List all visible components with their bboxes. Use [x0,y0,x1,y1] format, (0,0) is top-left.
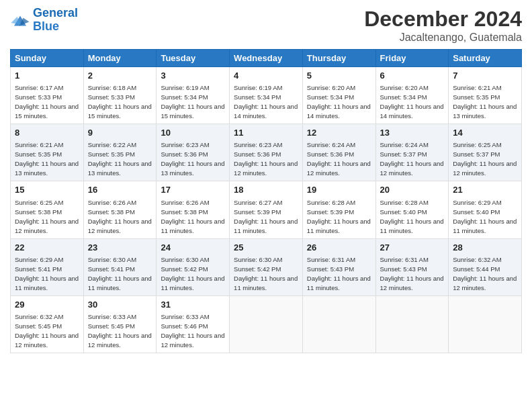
day-detail: Sunrise: 6:33 AMSunset: 5:46 PMDaylight:… [161,313,224,349]
day-detail: Sunrise: 6:26 AMSunset: 5:38 PMDaylight:… [88,199,152,234]
day-number: 14 [453,127,517,139]
day-number: 9 [88,127,152,139]
location-subtitle: Jacaltenango, Guatemala [364,32,522,44]
day-number: 15 [15,184,79,196]
day-number: 27 [380,242,445,254]
day-number: 5 [307,70,371,82]
calendar-week-1: 1 Sunrise: 6:17 AMSunset: 5:33 PMDayligh… [11,67,522,124]
calendar-cell: 10 Sunrise: 6:23 AMSunset: 5:36 PMDaylig… [157,124,230,181]
day-detail: Sunrise: 6:21 AMSunset: 5:35 PMDaylight:… [15,141,79,177]
calendar-cell [449,295,522,353]
day-detail: Sunrise: 6:29 AMSunset: 5:41 PMDaylight:… [15,256,79,291]
calendar-cell: 20 Sunrise: 6:28 AMSunset: 5:40 PMDaylig… [375,181,449,238]
calendar-cell: 11 Sunrise: 6:23 AMSunset: 5:36 PMDaylig… [230,124,303,181]
calendar-cell: 13 Sunrise: 6:24 AMSunset: 5:37 PMDaylig… [375,124,449,181]
calendar-cell: 22 Sunrise: 6:29 AMSunset: 5:41 PMDaylig… [11,238,84,295]
day-number: 30 [88,299,152,311]
calendar-cell [302,295,375,353]
calendar-cell: 15 Sunrise: 6:25 AMSunset: 5:38 PMDaylig… [11,181,84,238]
calendar-cell: 9 Sunrise: 6:22 AMSunset: 5:35 PMDayligh… [83,124,157,181]
calendar-cell: 28 Sunrise: 6:32 AMSunset: 5:44 PMDaylig… [449,238,522,295]
calendar-cell: 18 Sunrise: 6:27 AMSunset: 5:39 PMDaylig… [230,181,303,238]
calendar-cell [375,295,449,353]
calendar-week-2: 8 Sunrise: 6:21 AMSunset: 5:35 PMDayligh… [11,124,522,181]
day-detail: Sunrise: 6:20 AMSunset: 5:34 PMDaylight:… [380,84,444,120]
day-number: 19 [307,184,371,196]
day-number: 29 [15,299,79,311]
calendar-cell: 21 Sunrise: 6:29 AMSunset: 5:40 PMDaylig… [449,181,522,238]
calendar-cell: 24 Sunrise: 6:30 AMSunset: 5:42 PMDaylig… [157,238,230,295]
calendar-cell: 17 Sunrise: 6:26 AMSunset: 5:38 PMDaylig… [157,181,230,238]
day-number: 13 [380,127,445,139]
day-number: 8 [15,127,79,139]
day-number: 6 [380,70,445,82]
day-detail: Sunrise: 6:17 AMSunset: 5:33 PMDaylight:… [15,84,79,120]
day-detail: Sunrise: 6:26 AMSunset: 5:38 PMDaylight:… [161,199,224,234]
calendar-cell: 26 Sunrise: 6:31 AMSunset: 5:43 PMDaylig… [302,238,375,295]
day-number: 3 [161,70,225,82]
day-number: 7 [453,70,517,82]
calendar-week-3: 15 Sunrise: 6:25 AMSunset: 5:38 PMDaylig… [11,181,522,238]
day-detail: Sunrise: 6:32 AMSunset: 5:45 PMDaylight:… [15,313,79,349]
day-detail: Sunrise: 6:25 AMSunset: 5:37 PMDaylight:… [453,141,517,177]
month-title: December 2024 [364,7,522,32]
day-detail: Sunrise: 6:29 AMSunset: 5:40 PMDaylight:… [453,199,517,234]
calendar-cell: 5 Sunrise: 6:20 AMSunset: 5:34 PMDayligh… [302,67,375,124]
calendar-table: SundayMondayTuesdayWednesdayThursdayFrid… [10,49,522,353]
day-detail: Sunrise: 6:24 AMSunset: 5:37 PMDaylight:… [380,141,444,177]
calendar-cell: 23 Sunrise: 6:30 AMSunset: 5:41 PMDaylig… [83,238,157,295]
day-detail: Sunrise: 6:32 AMSunset: 5:44 PMDaylight:… [453,256,517,291]
logo-icon [10,11,30,28]
day-number: 18 [234,184,298,196]
day-detail: Sunrise: 6:19 AMSunset: 5:34 PMDaylight:… [161,84,224,120]
header-saturday: Saturday [449,50,522,67]
calendar-cell: 31 Sunrise: 6:33 AMSunset: 5:46 PMDaylig… [157,295,230,353]
header-monday: Monday [83,50,157,67]
header-tuesday: Tuesday [157,50,230,67]
calendar-cell: 29 Sunrise: 6:32 AMSunset: 5:45 PMDaylig… [11,295,84,353]
calendar-cell: 1 Sunrise: 6:17 AMSunset: 5:33 PMDayligh… [11,67,84,124]
day-number: 10 [161,127,225,139]
day-detail: Sunrise: 6:28 AMSunset: 5:39 PMDaylight:… [307,199,371,234]
day-number: 17 [161,184,225,196]
day-detail: Sunrise: 6:31 AMSunset: 5:43 PMDaylight:… [307,256,371,291]
day-number: 21 [453,184,517,196]
day-number: 23 [88,242,152,254]
calendar-cell: 2 Sunrise: 6:18 AMSunset: 5:33 PMDayligh… [83,67,157,124]
calendar-cell: 30 Sunrise: 6:33 AMSunset: 5:45 PMDaylig… [83,295,157,353]
calendar-cell: 8 Sunrise: 6:21 AMSunset: 5:35 PMDayligh… [11,124,84,181]
calendar-cell: 3 Sunrise: 6:19 AMSunset: 5:34 PMDayligh… [157,67,230,124]
day-detail: Sunrise: 6:23 AMSunset: 5:36 PMDaylight:… [234,141,298,177]
calendar-cell: 14 Sunrise: 6:25 AMSunset: 5:37 PMDaylig… [449,124,522,181]
calendar-cell: 4 Sunrise: 6:19 AMSunset: 5:34 PMDayligh… [230,67,303,124]
day-number: 4 [234,70,298,82]
day-detail: Sunrise: 6:30 AMSunset: 5:41 PMDaylight:… [88,256,152,291]
calendar-week-5: 29 Sunrise: 6:32 AMSunset: 5:45 PMDaylig… [11,295,522,353]
day-number: 20 [380,184,445,196]
day-detail: Sunrise: 6:20 AMSunset: 5:34 PMDaylight:… [307,84,371,120]
day-detail: Sunrise: 6:21 AMSunset: 5:35 PMDaylight:… [453,84,517,120]
day-detail: Sunrise: 6:25 AMSunset: 5:38 PMDaylight:… [15,199,79,234]
header-thursday: Thursday [302,50,375,67]
header-wednesday: Wednesday [230,50,303,67]
day-detail: Sunrise: 6:22 AMSunset: 5:35 PMDaylight:… [88,141,152,177]
title-block: December 2024 Jacaltenango, Guatemala [364,7,522,44]
calendar-cell: 25 Sunrise: 6:30 AMSunset: 5:42 PMDaylig… [230,238,303,295]
day-number: 28 [453,242,517,254]
day-detail: Sunrise: 6:33 AMSunset: 5:45 PMDaylight:… [88,313,152,349]
logo: General Blue [10,7,78,34]
calendar-header-row: SundayMondayTuesdayWednesdayThursdayFrid… [11,50,522,67]
day-number: 31 [161,299,225,311]
day-detail: Sunrise: 6:30 AMSunset: 5:42 PMDaylight:… [161,256,224,291]
day-detail: Sunrise: 6:27 AMSunset: 5:39 PMDaylight:… [234,199,298,234]
day-detail: Sunrise: 6:18 AMSunset: 5:33 PMDaylight:… [88,84,152,120]
calendar-cell: 19 Sunrise: 6:28 AMSunset: 5:39 PMDaylig… [302,181,375,238]
logo-line1: General [33,6,78,19]
day-detail: Sunrise: 6:30 AMSunset: 5:42 PMDaylight:… [234,256,298,291]
day-number: 26 [307,242,371,254]
calendar-cell: 12 Sunrise: 6:24 AMSunset: 5:36 PMDaylig… [302,124,375,181]
day-number: 12 [307,127,371,139]
day-number: 24 [161,242,225,254]
day-number: 25 [234,242,298,254]
page: General Blue December 2024 Jacaltenango,… [0,0,532,411]
